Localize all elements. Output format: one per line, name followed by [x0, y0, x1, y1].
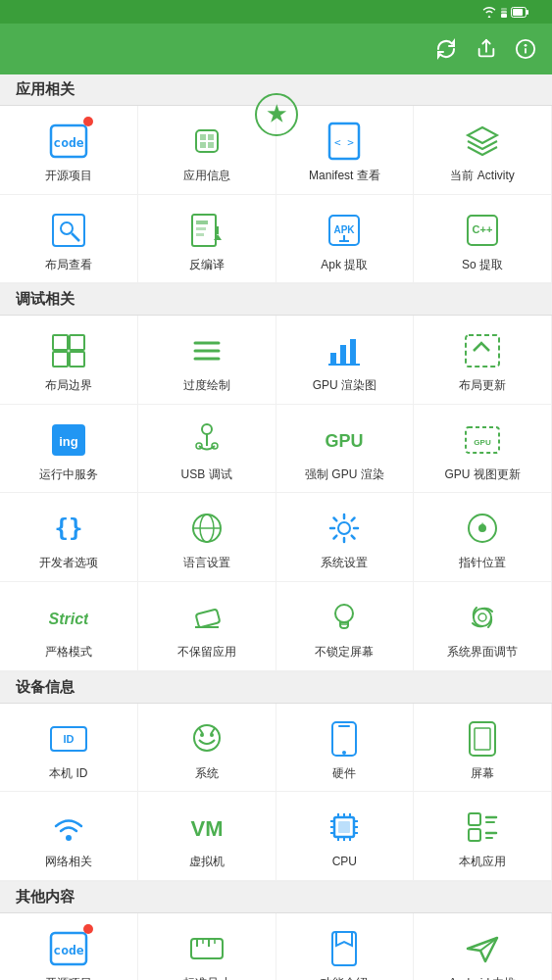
grid-item-open-source2[interactable]: code开源项目 — [0, 913, 138, 980]
svg-rect-1 — [501, 11, 507, 14]
grid-item-dev-options[interactable]: {}开发者选项 — [0, 493, 138, 582]
svg-rect-15 — [200, 142, 206, 148]
svg-rect-97 — [469, 813, 480, 825]
label-sys-settings: 系统设置 — [321, 556, 368, 571]
label-std-size: 标准尺寸 — [183, 976, 230, 980]
svg-point-59 — [338, 522, 350, 534]
grid-item-strict-mode[interactable]: Strict严格模式 — [0, 582, 138, 671]
icon-screen — [461, 717, 504, 760]
grid-item-apk-extract[interactable]: APKApk 提取 — [276, 195, 415, 284]
icon-layout-border — [47, 329, 90, 372]
grid-item-app-info[interactable]: 应用信息 — [138, 106, 276, 195]
svg-rect-23 — [196, 220, 208, 224]
icon-manifest: < > — [323, 120, 366, 163]
icon-cpu — [323, 806, 366, 849]
grid-item-sys-ui[interactable]: 系统界面调节 — [414, 582, 552, 671]
icon-decompile — [185, 209, 228, 252]
section-header-other: 其他内容 — [0, 882, 552, 913]
grid-item-hardware[interactable]: 硬件 — [276, 704, 415, 793]
svg-line-21 — [72, 233, 79, 241]
icon-running-service: ing — [47, 418, 90, 462]
svg-text:C++: C++ — [473, 223, 493, 235]
section-header-device: 设备信息 — [0, 672, 552, 704]
label-no-lock: 不锁定屏幕 — [315, 645, 374, 661]
grid-item-pointer[interactable]: 指针位置 — [414, 493, 552, 582]
grid-item-gpu-render[interactable]: GPU 渲染图 — [276, 316, 415, 405]
grid-item-manifest[interactable]: < >Manifest 查看 — [276, 106, 415, 195]
grid-item-layout-update[interactable]: 布局更新 — [414, 316, 552, 405]
grid-item-force-gpu[interactable]: GPU强制 GPU 渲染 — [276, 405, 415, 494]
info-icon[interactable] — [515, 38, 536, 60]
grid-item-cpu[interactable]: CPU — [276, 792, 415, 881]
icon-layout-view — [47, 209, 90, 252]
grid-item-system[interactable]: 系统 — [138, 704, 276, 793]
section-header-debug: 调试相关 — [0, 284, 552, 316]
grid-item-network[interactable]: 网络相关 — [0, 792, 138, 881]
svg-rect-0 — [501, 14, 507, 18]
icon-open-source: code — [47, 120, 90, 163]
grid-item-android-push[interactable]: Android 内推 — [414, 913, 552, 980]
grid-item-device-id[interactable]: ID本机 ID — [0, 704, 138, 793]
svg-text:code: code — [53, 943, 83, 957]
label-strict-mode: 严格模式 — [45, 645, 92, 661]
grid-item-no-keep-app[interactable]: 不保留应用 — [138, 582, 276, 671]
svg-rect-105 — [191, 939, 223, 958]
share-icon[interactable] — [476, 38, 497, 60]
svg-rect-79 — [470, 722, 495, 756]
svg-rect-34 — [53, 335, 68, 350]
grid-item-layout-view[interactable]: 布局查看 — [0, 195, 138, 284]
icon-no-lock — [323, 596, 366, 639]
icon-device-id: ID — [47, 717, 90, 760]
icon-force-gpu: GPU — [323, 418, 366, 462]
grid-item-running-service[interactable]: ing运行中服务 — [0, 405, 138, 494]
icon-std-size — [185, 927, 228, 970]
grid-item-vm[interactable]: VM虚拟机 — [138, 792, 276, 881]
grid-item-layout-border[interactable]: 布局边界 — [0, 316, 138, 405]
label-app-info: 应用信息 — [183, 169, 230, 184]
grid-item-decompile[interactable]: 反编译 — [138, 195, 276, 284]
label-force-gpu: 强制 GPU 渲染 — [305, 467, 384, 483]
grid-item-lang-settings[interactable]: 语言设置 — [138, 493, 276, 582]
wifi-status-icon — [481, 6, 497, 18]
grid-item-screen[interactable]: 屏幕 — [414, 704, 552, 793]
label-screen: 屏幕 — [471, 766, 494, 782]
grid-item-sys-settings[interactable]: 系统设置 — [276, 493, 415, 582]
grid-item-open-source[interactable]: code开源项目 — [0, 106, 138, 195]
svg-rect-42 — [340, 345, 346, 365]
grid-other: code开源项目标准尺寸功能介绍Android 内推 — [0, 913, 552, 980]
svg-text:ing: ing — [59, 434, 78, 449]
icon-network — [47, 806, 90, 849]
grid-item-activity[interactable]: 当前 Activity — [414, 106, 552, 195]
svg-rect-12 — [196, 130, 218, 152]
icon-overdraw — [185, 329, 228, 372]
svg-rect-13 — [200, 134, 206, 140]
svg-rect-35 — [70, 335, 84, 350]
grid-item-no-lock[interactable]: 不锁定屏幕 — [276, 582, 415, 671]
svg-rect-36 — [53, 352, 68, 367]
icon-android-push — [461, 927, 504, 970]
grid-item-so-extract[interactable]: C++So 提取 — [414, 195, 552, 284]
svg-rect-84 — [338, 821, 350, 833]
icon-apk-extract: APK — [323, 209, 366, 252]
label-vm: 虚拟机 — [189, 855, 225, 870]
refresh-icon[interactable] — [434, 37, 458, 61]
icon-app-info — [185, 120, 228, 163]
svg-rect-63 — [195, 609, 220, 627]
svg-text:GPU: GPU — [474, 438, 491, 447]
grid-item-usb-debug[interactable]: USB 调试 — [138, 405, 276, 494]
svg-point-20 — [61, 222, 73, 234]
grid-item-std-size[interactable]: 标准尺寸 — [138, 913, 276, 980]
header — [0, 24, 552, 74]
grid-item-overdraw[interactable]: 过度绘制 — [138, 316, 276, 405]
grid-item-func-intro[interactable]: 功能介绍 — [276, 913, 415, 980]
icon-hardware — [323, 717, 366, 760]
grid-item-gpu-view-update[interactable]: GPUGPU 视图更新 — [414, 405, 552, 494]
svg-point-71 — [194, 725, 220, 751]
status-bar — [0, 0, 552, 24]
svg-point-78 — [342, 751, 346, 755]
label-android-push: Android 内推 — [449, 976, 517, 980]
label-dev-options: 开发者选项 — [39, 556, 98, 571]
grid-device: ID本机 ID系统硬件屏幕网络相关VM虚拟机CPU本机应用 — [0, 704, 552, 882]
icon-system — [185, 717, 228, 760]
grid-item-local-app[interactable]: 本机应用 — [414, 792, 552, 881]
